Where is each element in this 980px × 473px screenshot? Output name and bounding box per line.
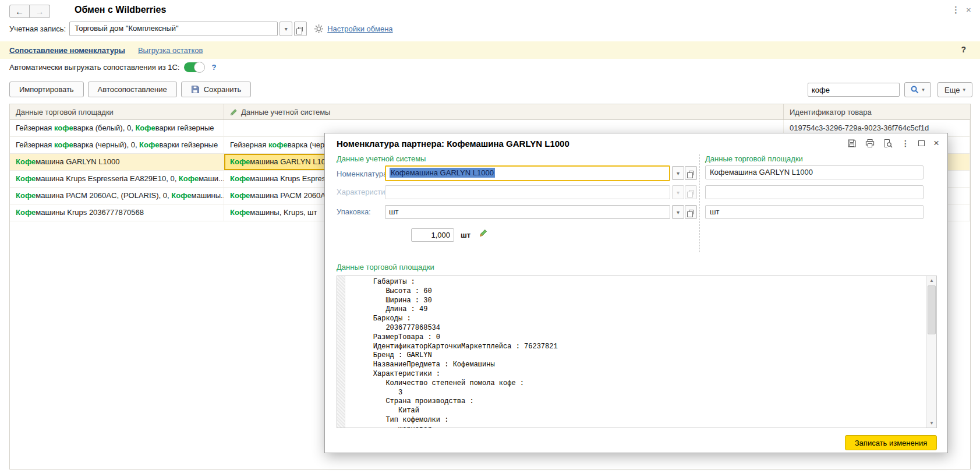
dialog-preview-icon[interactable]	[883, 139, 893, 148]
dialog-title: Номенклатура партнера: Кофемашина GARLYN…	[337, 139, 569, 149]
floppy-disk-icon	[191, 85, 200, 94]
dialog-close-icon[interactable]: ×	[933, 137, 939, 149]
package-value: шт	[389, 207, 398, 216]
tab-stock-upload[interactable]: Выгрузка остатков	[138, 46, 203, 55]
auto-upload-help-icon[interactable]: ?	[211, 63, 216, 72]
column-header-product-id[interactable]: Идентификатор товара	[784, 104, 970, 119]
back-button[interactable]: ←	[9, 5, 30, 18]
page-title: Обмен с Wildberries	[75, 5, 166, 15]
account-label: Учетная запись:	[9, 24, 66, 33]
more-button-label: Еще	[944, 86, 960, 94]
partner-nomenclature-dialog: Номенклатура партнера: Кофемашина GARLYN…	[324, 133, 948, 453]
accounting-section-label: Данные учетной системы	[337, 154, 426, 163]
gear-icon	[314, 24, 324, 34]
package-dropdown-button[interactable]: ▾	[672, 205, 684, 219]
save-changes-button[interactable]: Записать изменения	[845, 435, 937, 450]
package-label: Упаковка:	[337, 207, 371, 216]
characteristic-dropdown-button[interactable]: ▾	[672, 185, 684, 199]
band-help-icon[interactable]: ?	[961, 45, 966, 54]
pencil-icon	[230, 108, 238, 116]
import-button[interactable]: Импортировать	[9, 82, 84, 97]
marketplace-data-area[interactable]: Габариты : Высота : 60 Ширина : 30 Длина…	[337, 276, 937, 428]
column-header-marketplace[interactable]: Данные торговой площадки	[10, 104, 224, 119]
tab-band: Сопоставление номенклатуры Выгрузка оста…	[0, 41, 980, 59]
import-button-label: Импортировать	[19, 85, 74, 94]
cell-marketplace[interactable]: Кофемашина PACM 2060AC, (POLARIS), 0, Ко…	[10, 188, 224, 204]
nomenclature-label: Номенклатура:	[337, 170, 390, 178]
dialog-save-icon[interactable]	[847, 139, 857, 148]
cell-marketplace[interactable]: Гейзерная кофеварка (черный), 0, Кофевар…	[10, 137, 224, 153]
toolbar: Импортировать Автосопоставление Сохранит…	[9, 82, 251, 97]
back-arrow-icon: ←	[15, 6, 24, 16]
search-icon	[911, 86, 919, 94]
exchange-settings-link[interactable]: Настройки обмена	[327, 24, 392, 33]
save-button[interactable]: Сохранить	[181, 82, 252, 97]
search-area: × ▾ Еще ▾	[808, 82, 972, 97]
nomenclature-input[interactable]: Кофемашина GARLYN L1000	[385, 165, 670, 181]
auto-upload-row: Автоматически выгружать сопоставления из…	[9, 61, 216, 73]
table-header: Данные торговой площадки Данные учетной …	[10, 104, 970, 120]
marketplace-package-field[interactable]: шт	[705, 205, 924, 219]
dialog-more-icon[interactable]: ⋮	[901, 139, 910, 148]
scroll-up-icon[interactable]: ▲	[927, 276, 936, 285]
package-input[interactable]: шт	[385, 205, 670, 219]
marketplace-section-label-top: Данные торговой площадки	[705, 154, 803, 163]
nomenclature-selected-text: Кофемашина GARLYN L1000	[390, 168, 495, 178]
forward-arrow-icon: →	[36, 6, 44, 16]
package-open-button[interactable]	[685, 205, 697, 219]
auto-upload-toggle[interactable]	[184, 62, 204, 72]
dialog-maximize-icon[interactable]	[918, 140, 925, 146]
chevron-down-icon: ▾	[677, 170, 680, 177]
open-form-icon	[689, 210, 694, 214]
dialog-window-buttons: ⋮ ×	[847, 137, 939, 149]
cell-marketplace[interactable]: Гейзерная кофеварка (белый), 0, Кофеварк…	[10, 120, 224, 136]
nomenclature-open-button[interactable]	[685, 166, 697, 180]
window-more-icon[interactable]: ⋮	[951, 5, 960, 15]
column-header-accounting[interactable]: Данные учетной системы	[224, 104, 784, 119]
form-divider	[699, 154, 700, 252]
scrollbar[interactable]: ▲ ▼	[926, 276, 936, 428]
automap-button-label: Автосопоставление	[98, 85, 167, 94]
dialog-print-icon[interactable]	[865, 139, 875, 148]
search-button[interactable]: ▾	[904, 82, 931, 97]
account-open-button[interactable]	[294, 22, 307, 36]
chevron-down-icon: ▾	[677, 209, 680, 216]
scrollbar-thumb[interactable]	[928, 285, 936, 334]
search-input[interactable]	[808, 86, 900, 94]
characteristic-open-button[interactable]	[685, 185, 697, 199]
history-nav-group: ← →	[9, 5, 50, 18]
column-header-label: Идентификатор товара	[790, 108, 872, 117]
auto-upload-label: Автоматически выгружать сопоставления из…	[9, 63, 179, 72]
characteristic-input[interactable]	[385, 185, 670, 199]
marketplace-data-section-label: Данные торговой площадки	[337, 263, 434, 271]
save-button-label: Сохранить	[204, 85, 242, 94]
chevron-down-icon: ▾	[922, 87, 925, 93]
automap-button[interactable]: Автосопоставление	[88, 82, 177, 97]
quantity-input[interactable]	[411, 228, 454, 242]
more-button[interactable]: Еще ▾	[937, 82, 972, 97]
marketplace-nomenclature-field[interactable]: Кофемашина GARLYN L1000	[705, 165, 924, 179]
toggle-knob	[194, 62, 205, 73]
open-form-icon	[689, 171, 694, 175]
exchange-window: ← → Обмен с Wildberries ⋮ × Учетная запи…	[0, 0, 980, 473]
nomenclature-dropdown-button[interactable]: ▾	[672, 166, 684, 180]
open-form-icon	[689, 190, 694, 195]
forward-button[interactable]: →	[30, 5, 50, 18]
edit-pencil-icon[interactable]	[477, 228, 487, 238]
account-combo[interactable]: Торговый дом "Комплексный"	[69, 22, 278, 36]
account-value: Торговый дом "Комплексный"	[75, 24, 179, 33]
window-close-icon[interactable]: ×	[966, 5, 971, 15]
marketplace-package-value: шт	[710, 207, 719, 216]
tab-nomenclature-mapping[interactable]: Сопоставление номенклатуры	[9, 46, 125, 55]
scroll-down-icon[interactable]: ▼	[927, 419, 936, 428]
cell-marketplace[interactable]: Кофемашина Krups Espresseria EA829E10, 0…	[10, 171, 224, 187]
account-row: Учетная запись: Торговый дом "Комплексны…	[9, 22, 393, 36]
cell-marketplace[interactable]: Кофемашина GARLYN L1000	[10, 154, 224, 170]
text-margin-strip	[337, 276, 345, 428]
chevron-down-icon: ▾	[963, 87, 965, 93]
account-dropdown-button[interactable]: ▾	[280, 22, 292, 36]
marketplace-data-text: Габариты : Высота : 60 Ширина : 30 Длина…	[346, 276, 926, 428]
cell-marketplace[interactable]: Кофемашины Krups 2036777870568	[10, 204, 224, 221]
open-form-icon	[298, 27, 303, 31]
marketplace-characteristic-field[interactable]	[705, 185, 924, 199]
